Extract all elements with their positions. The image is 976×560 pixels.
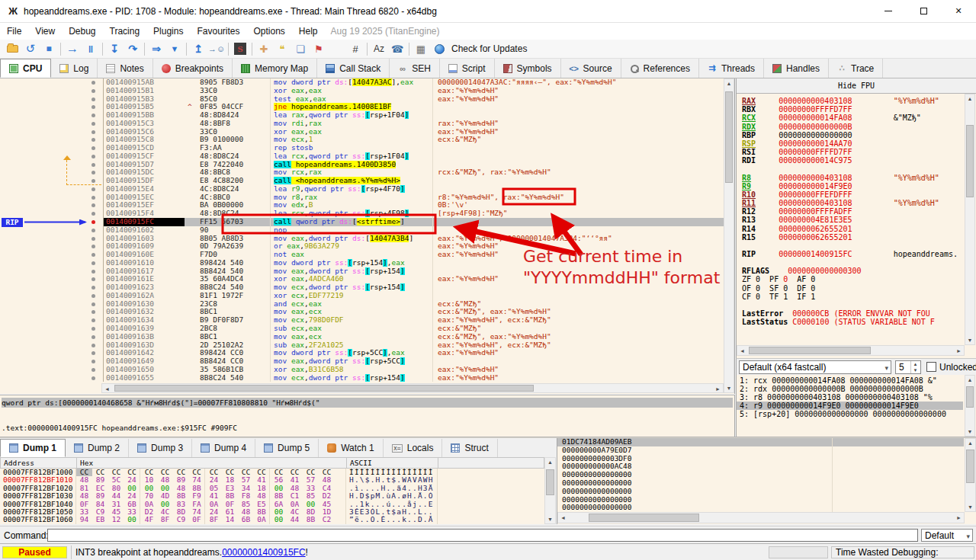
register-row[interactable]: RDI 000000000014C975: [742, 156, 965, 165]
breakpoint-dot[interactable]: [84, 103, 104, 111]
tab-log[interactable]: Log: [51, 59, 98, 78]
disasm-row[interactable]: 001400915B385C0test eax,eaxeax:"%Y%m%d%H…: [0, 95, 724, 104]
register-row[interactable]: RSP 000000000014AA70: [742, 139, 965, 148]
tab-cpu[interactable]: CPU: [0, 59, 51, 78]
tab-dump4[interactable]: Dump 4: [192, 439, 255, 457]
disasm-vscrollbar[interactable]: ▲ ▼: [724, 78, 734, 393]
step-over-icon[interactable]: ↷: [124, 40, 142, 57]
breakpoint-dot[interactable]: [84, 194, 104, 202]
stack-row[interactable]: 000000000A79E0D7: [557, 446, 964, 455]
breakpoint-dot[interactable]: [84, 111, 104, 120]
disasm-row[interactable]: 0014009160290nop: [0, 226, 724, 235]
disasm-row[interactable]: 001400915D7E8 7422040call hopeanddreams.…: [0, 161, 724, 169]
bookmarks-icon[interactable]: ⚑: [310, 40, 328, 57]
disasm-row[interactable]: 001400915C8B9 0100000mov ecx,1ecx:&"MZђ": [0, 136, 724, 144]
calculator-icon[interactable]: ▦: [412, 40, 430, 57]
arguments-vscrollbar[interactable]: ▲ ▼: [965, 375, 975, 437]
register-row[interactable]: R14 0000000062655201: [742, 225, 965, 233]
tab-handles[interactable]: Handles: [764, 59, 829, 78]
breakpoint-dot[interactable]: [84, 316, 104, 325]
breakpoint-dot[interactable]: [84, 374, 104, 382]
tab-symbols[interactable]: Symbols: [495, 59, 561, 78]
tab-breakpoints[interactable]: Breakpoints: [153, 59, 233, 78]
argument-count-spinner[interactable]: 5▲▼: [895, 360, 921, 374]
disasm-row[interactable]: 001400916038B05 AB8D3mov eax,dword ptr d…: [0, 235, 724, 243]
disasm-row[interactable]: 001400915C633C0xor eax,eaxeax:"%Y%m%d%H": [0, 128, 724, 136]
breakpoint-dot[interactable]: [84, 333, 104, 341]
disasm-row[interactable]: 001400915C348:8BF8mov rdi,raxrax:"%Y%m%d…: [0, 120, 724, 128]
seh-chain-icon[interactable]: S: [231, 40, 249, 57]
tab-memory-map[interactable]: Memory Map: [233, 59, 317, 78]
run-to-selection-icon[interactable]: ⇒: [147, 40, 165, 57]
disasm-row[interactable]: 001400916328BC1mov eax,ecxecx:&"MZђ", ea…: [0, 308, 724, 316]
menu-item-debug[interactable]: Debug: [62, 24, 102, 38]
check-for-updates-label[interactable]: Check for Updates: [451, 43, 527, 54]
register-row[interactable]: OF 0 SF 0 DF 0: [742, 284, 965, 293]
tab-source[interactable]: <>Source: [561, 59, 621, 78]
breakpoint-dot[interactable]: [84, 120, 104, 128]
breakpoint-dot[interactable]: [84, 210, 104, 218]
register-row[interactable]: RCX 000000000014FA08 &"MZђ": [742, 114, 965, 122]
register-row[interactable]: R13 000000004E81E3E5: [742, 216, 965, 224]
breakpoint-dot[interactable]: [84, 136, 104, 144]
update-globe-icon[interactable]: [430, 40, 448, 57]
breakpoint-dot[interactable]: [84, 185, 104, 194]
disasm-row[interactable]: 001400915F448:8D8C24lea rcx,qword ptr ss…: [0, 210, 724, 218]
dump-pane[interactable]: Dump 1Dump 2Dump 3Dump 4Dump 5Watch 1x=L…: [0, 438, 557, 524]
register-row[interactable]: R11 0000000000403108 "%Y%m%d%H": [742, 199, 965, 207]
register-row[interactable]: RDX 000000000000000B: [742, 123, 965, 131]
disasm-row[interactable]: 001400916498B8424 CC0mov eax,dword ptr s…: [0, 357, 724, 366]
run-icon[interactable]: →: [63, 40, 82, 57]
register-row[interactable]: RSI 00000000FFFFD7FF: [742, 148, 965, 156]
hide-fpu-button[interactable]: Hide FPU: [737, 78, 976, 94]
breakpoint-dot[interactable]: [84, 251, 104, 259]
breakpoint-dot[interactable]: [84, 308, 104, 316]
disasm-row[interactable]: 001400915BB48:8D8424lea rax,qword ptr ss…: [0, 111, 724, 120]
register-row[interactable]: LastStatus C0000100 (STATUS_VARIABLE_NOT…: [742, 318, 965, 326]
menu-item-help[interactable]: Help: [292, 24, 325, 38]
tab-dump2[interactable]: Dump 2: [66, 439, 129, 457]
stack-hscrollbar[interactable]: ◄ ►: [557, 512, 965, 523]
breakpoint-dot[interactable]: [84, 128, 104, 136]
restart-icon[interactable]: ↺: [21, 40, 40, 57]
breakpoint-dot[interactable]: [84, 226, 104, 235]
menu-item-view[interactable]: View: [28, 24, 62, 38]
argument-row[interactable]: 3: r8 0000000000403108 0000000000403108 …: [737, 393, 963, 402]
argument-row[interactable]: 4: r9 000000000014F9E0 000000000014F9E0: [737, 402, 963, 410]
close-button[interactable]: ✕: [941, 0, 976, 22]
run-to-user-code-icon[interactable]: →☺: [207, 40, 226, 57]
tab-call-stack[interactable]: Call Stack: [317, 59, 390, 78]
breakpoint-dot[interactable]: [84, 87, 104, 95]
breakpoint-dot[interactable]: [84, 242, 104, 251]
disasm-row[interactable]: 001400915DFE8 4C88200call <hopeanddreams…: [0, 177, 724, 185]
tab-script[interactable]: Script: [440, 59, 495, 78]
disasm-row[interactable]: 001400915FCFF15 56703call qword ptr ds:[…: [0, 218, 724, 226]
pause-icon[interactable]: ‖: [82, 40, 100, 57]
disasm-row[interactable]: 001400915CF48:8D8C24lea rcx,qword ptr ss…: [0, 152, 724, 161]
breakpoint-dot[interactable]: [84, 95, 104, 104]
menu-item-file[interactable]: File: [0, 24, 28, 38]
tab-trace[interactable]: ∴Trace: [829, 59, 883, 78]
dump-column-header[interactable]: Hex: [77, 458, 347, 468]
menu-item-tracing[interactable]: Tracing: [103, 24, 147, 38]
breakpoint-dot[interactable]: [84, 259, 104, 267]
tab-locals[interactable]: x=Locals: [384, 439, 443, 457]
menu-item-favourites[interactable]: Favourites: [190, 24, 246, 38]
tab-struct[interactable]: Struct: [442, 439, 497, 457]
breakpoint-dot[interactable]: [84, 292, 104, 300]
disasm-row[interactable]: 00140091634B9 DF0F8D7mov ecx,798D0FDFeax…: [0, 316, 724, 325]
tab-dump5[interactable]: Dump 5: [255, 439, 319, 457]
register-row[interactable]: LastError 000000CB (ERROR_ENVVAR_NOT_FOU: [742, 309, 965, 318]
breakpoint-dot[interactable]: [84, 357, 104, 366]
info-line-1[interactable]: qword ptr ds:[0000000140468658 &"Hѓм8Hѓd…: [2, 398, 733, 408]
registers-vscrollbar[interactable]: ▲ ▼: [965, 94, 975, 345]
register-row[interactable]: ZF 0 PF 0 AF 0: [742, 275, 965, 283]
disasm-row[interactable]: 001400915EC4C:8BC0mov r8,raxr8:"%Y%m%d%H…: [0, 194, 724, 202]
menu-item-options[interactable]: Options: [246, 24, 291, 38]
register-row[interactable]: R8 0000000000403108 "%Y%m%d%H": [742, 174, 965, 182]
disasm-row[interactable]: 0014009163D2D 25102A2sub eax,2F2A1025eax…: [0, 341, 724, 350]
disasm-row[interactable]: 0014009162A81F1 1972Fxor ecx,EDF77219: [0, 292, 724, 300]
dump-column-header[interactable]: ASCII: [347, 458, 438, 468]
command-input[interactable]: [47, 529, 918, 542]
breakpoint-dot[interactable]: [84, 325, 104, 333]
